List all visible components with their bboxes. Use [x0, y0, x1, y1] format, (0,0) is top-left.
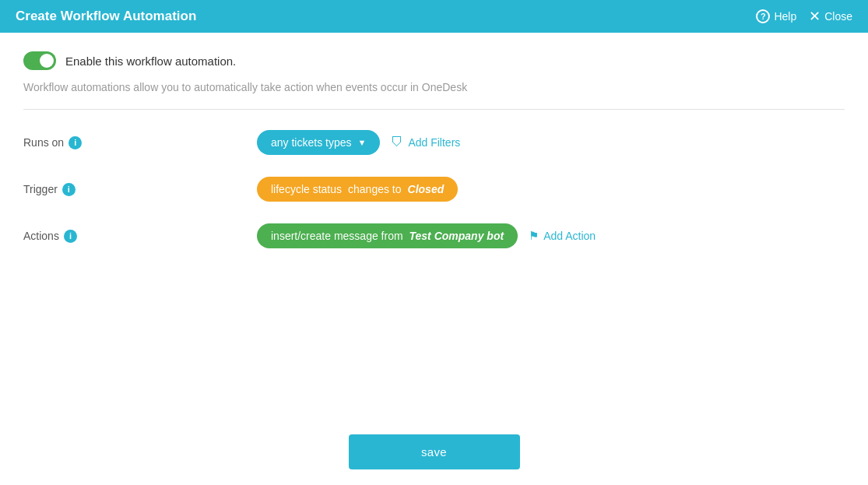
- help-button[interactable]: ? Help: [756, 9, 796, 23]
- action-pill-button[interactable]: insert/create message from Test Company …: [257, 223, 518, 248]
- add-filters-button[interactable]: ⛉ Add Filters: [391, 135, 460, 149]
- add-action-button[interactable]: ⚑ Add Action: [529, 229, 596, 243]
- content-area: Enable this workflow automation. Workflo…: [0, 33, 868, 419]
- trigger-label: Trigger: [23, 183, 58, 195]
- trigger-info-icon[interactable]: i: [62, 183, 76, 196]
- trigger-pill-part3: Closed: [408, 183, 445, 195]
- runs-on-content: any tickets types ▼ ⛉ Add Filters: [257, 130, 845, 155]
- enable-toggle[interactable]: [23, 51, 56, 70]
- add-filters-label: Add Filters: [408, 136, 460, 149]
- save-button[interactable]: save: [349, 434, 520, 469]
- actions-info-icon[interactable]: i: [64, 230, 77, 243]
- runs-on-info-icon[interactable]: i: [69, 136, 82, 149]
- runs-on-label-group: Runs on i: [23, 136, 93, 149]
- dropdown-arrow-icon: ▼: [358, 138, 367, 147]
- help-label: Help: [774, 10, 796, 23]
- action-pill-part1: insert/create message from: [271, 230, 403, 242]
- actions-label: Actions: [23, 230, 59, 242]
- toggle-knob: [40, 54, 54, 68]
- trigger-content: lifecycle status changes to Closed: [257, 177, 845, 202]
- close-label: Close: [824, 10, 852, 23]
- help-icon: ?: [756, 9, 770, 23]
- runs-on-button[interactable]: any tickets types ▼: [257, 130, 380, 155]
- actions-label-group: Actions i: [23, 230, 93, 243]
- close-icon: ✕: [809, 8, 821, 25]
- flag-icon: ⚑: [529, 229, 539, 243]
- header-actions: ? Help ✕ Close: [756, 8, 852, 25]
- header: Create Workflow Automation ? Help ✕ Clos…: [0, 0, 868, 33]
- workflow-automation-window: Create Workflow Automation ? Help ✕ Clos…: [0, 0, 868, 485]
- add-action-label: Add Action: [543, 230, 596, 242]
- page-title: Create Workflow Automation: [16, 9, 196, 24]
- toggle-row: Enable this workflow automation.: [23, 51, 845, 70]
- runs-on-button-label: any tickets types: [271, 136, 352, 149]
- trigger-label-group: Trigger i: [23, 183, 93, 196]
- divider: [23, 109, 845, 110]
- actions-row: Actions i insert/create message from Tes…: [23, 223, 845, 248]
- trigger-pill-part2: changes to: [348, 183, 402, 195]
- action-pill-part2: Test Company bot: [409, 230, 504, 242]
- trigger-pill-part1: lifecycle status: [271, 183, 342, 195]
- runs-on-row: Runs on i any tickets types ▼ ⛉ Add Filt…: [23, 130, 845, 155]
- trigger-row: Trigger i lifecycle status changes to Cl…: [23, 177, 845, 202]
- toggle-label: Enable this workflow automation.: [65, 54, 236, 68]
- close-button[interactable]: ✕ Close: [809, 8, 852, 25]
- description-text: Workflow automations allow you to automa…: [23, 81, 845, 93]
- footer: save: [0, 419, 868, 485]
- actions-content: insert/create message from Test Company …: [257, 223, 845, 248]
- filter-icon: ⛉: [391, 135, 403, 149]
- runs-on-label: Runs on: [23, 136, 64, 149]
- trigger-pill-button[interactable]: lifecycle status changes to Closed: [257, 177, 458, 202]
